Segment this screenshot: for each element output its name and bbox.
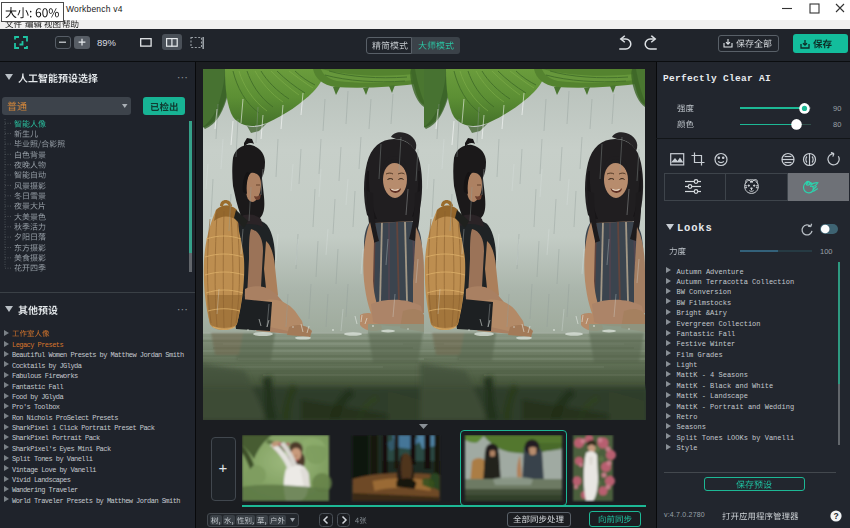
svg-text:?: ? [833, 511, 838, 521]
